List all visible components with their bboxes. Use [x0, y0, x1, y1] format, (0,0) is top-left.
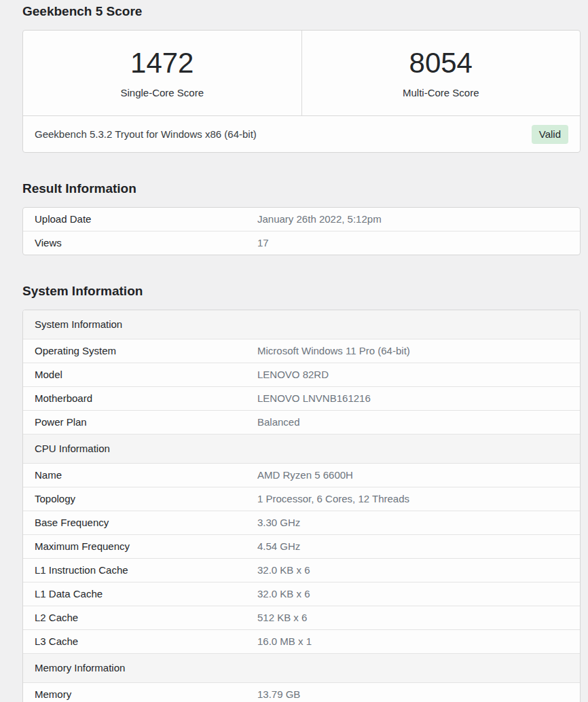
- row-value: 4.54 GHz: [257, 535, 580, 558]
- table-row: Views 17: [23, 231, 580, 255]
- row-value: LENOVO LNVNB161216: [257, 387, 580, 410]
- row-value: 16.0 MB x 1: [257, 630, 580, 653]
- row-value: 13.79 GB: [257, 683, 580, 702]
- single-core-score-cell: 1472 Single-Core Score: [23, 31, 302, 115]
- row-label: Memory: [23, 683, 257, 702]
- table-row: Operating System Microsoft Windows 11 Pr…: [23, 339, 580, 363]
- row-label: L1 Data Cache: [23, 583, 257, 606]
- table-row: Memory 13.79 GB: [23, 682, 580, 702]
- system-information-table: System Information Operating System Micr…: [22, 310, 581, 702]
- multi-core-score-cell: 8054 Multi-Core Score: [302, 31, 581, 115]
- system-information-title: System Information: [22, 284, 581, 299]
- table-row: L1 Instruction Cache 32.0 KB x 6: [23, 558, 580, 582]
- result-information-table: Upload Date January 26th 2022, 5:12pm Vi…: [22, 207, 581, 255]
- table-row: Power Plan Balanced: [23, 410, 580, 434]
- row-label: L1 Instruction Cache: [23, 559, 257, 582]
- score-card: 1472 Single-Core Score 8054 Multi-Core S…: [22, 30, 581, 153]
- multi-core-score-value: 8054: [409, 48, 473, 78]
- table-row: Upload Date January 26th 2022, 5:12pm: [23, 208, 580, 231]
- row-value: 512 KB x 6: [257, 606, 580, 629]
- row-value: 32.0 KB x 6: [257, 559, 580, 582]
- row-label: Views: [23, 232, 257, 255]
- row-label: Name: [23, 464, 257, 487]
- table-row: Base Frequency 3.30 GHz: [23, 511, 580, 534]
- single-core-score-label: Single-Core Score: [120, 87, 204, 98]
- row-label: Motherboard: [23, 387, 257, 410]
- score-card-footer: Geekbench 5.3.2 Tryout for Windows x86 (…: [23, 115, 580, 152]
- table-group-header: Memory Information: [23, 653, 580, 682]
- row-label: Model: [23, 363, 257, 386]
- row-value: January 26th 2022, 5:12pm: [257, 208, 580, 231]
- benchmark-version-text: Geekbench 5.3.2 Tryout for Windows x86 (…: [35, 128, 257, 140]
- row-label: Upload Date: [23, 208, 257, 231]
- table-group-header: System Information: [23, 310, 580, 339]
- page-content: Geekbench 5 Score 1472 Single-Core Score…: [22, 0, 581, 702]
- table-row: L1 Data Cache 32.0 KB x 6: [23, 582, 580, 606]
- row-value: 17: [257, 232, 580, 255]
- row-label: L3 Cache: [23, 630, 257, 653]
- table-group-header: CPU Information: [23, 434, 580, 463]
- table-row: Maximum Frequency 4.54 GHz: [23, 534, 580, 558]
- row-label: Base Frequency: [23, 511, 257, 534]
- row-value: 3.30 GHz: [257, 511, 580, 534]
- table-row: Topology 1 Processor, 6 Cores, 12 Thread…: [23, 487, 580, 511]
- result-information-title: Result Information: [22, 181, 581, 196]
- table-row: L2 Cache 512 KB x 6: [23, 606, 580, 629]
- score-row: 1472 Single-Core Score 8054 Multi-Core S…: [23, 31, 580, 115]
- table-row: Motherboard LENOVO LNVNB161216: [23, 386, 580, 410]
- row-label: Maximum Frequency: [23, 535, 257, 558]
- multi-core-score-label: Multi-Core Score: [403, 87, 479, 98]
- page-title: Geekbench 5 Score: [22, 4, 581, 19]
- row-value: AMD Ryzen 5 6600H: [257, 464, 580, 487]
- row-label: L2 Cache: [23, 606, 257, 629]
- row-value: LENOVO 82RD: [257, 363, 580, 386]
- row-label: Topology: [23, 487, 257, 511]
- single-core-score-value: 1472: [130, 48, 194, 78]
- row-value: 32.0 KB x 6: [257, 583, 580, 606]
- valid-status-badge: Valid: [532, 125, 568, 144]
- table-row: Name AMD Ryzen 5 6600H: [23, 463, 580, 487]
- row-label: Operating System: [23, 339, 257, 363]
- row-label: Power Plan: [23, 411, 257, 434]
- row-value: Microsoft Windows 11 Pro (64-bit): [257, 339, 580, 363]
- row-value: Balanced: [257, 411, 580, 434]
- row-value: 1 Processor, 6 Cores, 12 Threads: [257, 487, 580, 511]
- table-row: L3 Cache 16.0 MB x 1: [23, 629, 580, 653]
- table-row: Model LENOVO 82RD: [23, 363, 580, 386]
